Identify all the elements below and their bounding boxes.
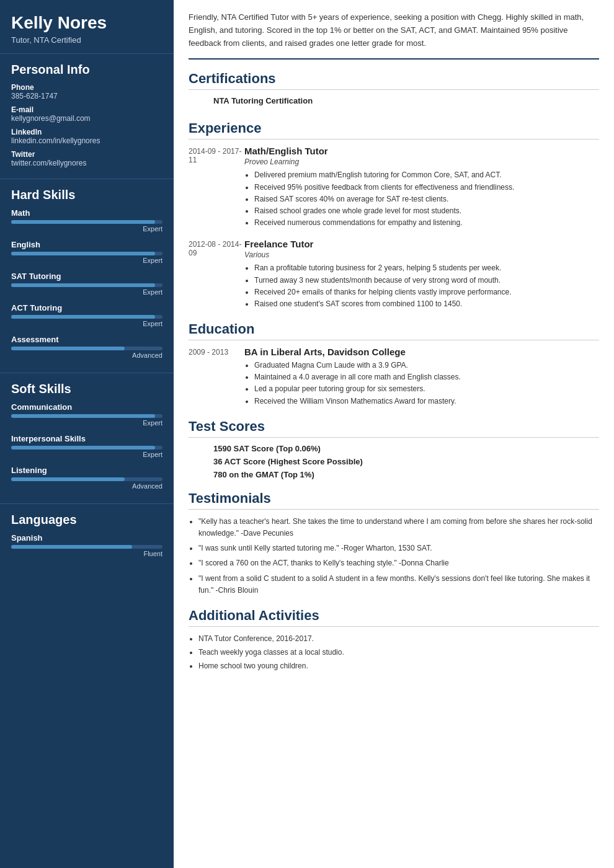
skill-level: Advanced xyxy=(11,482,162,490)
exp-dates: 2012-08 - 2014-09 xyxy=(189,239,244,310)
exp-job-title: Freelance Tutor xyxy=(244,239,599,249)
skill-bar-bg xyxy=(11,347,162,350)
linkedin-label: LinkedIn xyxy=(11,128,162,136)
exp-bullet: Received numerous commendations for empa… xyxy=(254,217,599,229)
exp-bullets-list: Delivered premium math/English tutoring … xyxy=(244,169,599,229)
skill-item-2: SAT Tutoring Expert xyxy=(11,272,162,296)
languages-section: Languages Spanish Fluent xyxy=(0,503,174,571)
skill-bar-fill xyxy=(11,446,155,450)
edu-dates: 2009 - 2013 xyxy=(189,347,244,407)
skill-bar-fill xyxy=(11,220,155,224)
main-content: Friendly, NTA Certified Tutor with 5+ ye… xyxy=(174,0,614,868)
languages-items: Spanish Fluent xyxy=(11,533,162,557)
personal-info-items: Phone 385-628-1747 E-mail kellygnores@gm… xyxy=(11,83,162,167)
cert-item-0: NTA Tutoring Certification xyxy=(189,96,599,109)
testimonials-section: Testimonials "Kelly has a teacher's hear… xyxy=(189,490,599,596)
skill-bar-bg xyxy=(11,446,162,450)
skill-name: Math xyxy=(11,208,162,218)
exp-company: Proveo Learning xyxy=(244,157,599,166)
edu-degree-title: BA in Liberal Arts, Davidson College xyxy=(244,347,599,357)
exp-bullet: Received 95% positive feedback from clie… xyxy=(254,182,599,193)
skill-bar-bg xyxy=(11,477,162,481)
activity-item-0: NTA Tutor Conference, 2016-2017. xyxy=(198,633,599,645)
skill-bar-fill xyxy=(11,315,155,319)
skill-level: Fluent xyxy=(11,550,162,557)
skill-bar-bg xyxy=(11,414,162,418)
email-label: E-mail xyxy=(11,105,162,114)
skill-bar-fill xyxy=(11,347,125,350)
skill-name: English xyxy=(11,240,162,249)
exp-bullet: Received 20+ emails of thanks for helpin… xyxy=(254,286,599,298)
certifications-title: Certifications xyxy=(189,71,599,90)
languages-title: Languages xyxy=(11,513,162,527)
skill-name: ACT Tutoring xyxy=(11,303,162,312)
exp-bullet: Turned away 3 new students/month because… xyxy=(254,275,599,286)
hard-skills-title: Hard Skills xyxy=(11,188,162,202)
twitter-label: Twitter xyxy=(11,150,162,159)
skill-name: Assessment xyxy=(11,335,162,344)
exp-body: Math/English Tutor Proveo Learning Deliv… xyxy=(244,146,599,229)
sidebar-header: Kelly Nores Tutor, NTA Certified xyxy=(0,0,174,53)
soft-skills-items: Communication Expert Interpersonal Skill… xyxy=(11,402,162,490)
skill-bar-bg xyxy=(11,252,162,255)
exp-bullet: Delivered premium math/English tutoring … xyxy=(254,169,599,181)
phone-value: 385-628-1747 xyxy=(11,92,162,100)
exp-dates: 2014-09 - 2017-11 xyxy=(189,146,244,229)
summary-text: Friendly, NTA Certified Tutor with 5+ ye… xyxy=(189,11,599,60)
testimonial-item-2: "I scored a 760 on the ACT, thanks to Ke… xyxy=(198,557,599,569)
skill-item-4: Assessment Advanced xyxy=(11,335,162,359)
exp-bullet: Ran a profitable tutoring business for 2… xyxy=(254,262,599,274)
hard-skills-items: Math Expert English Expert SAT Tutoring … xyxy=(11,208,162,359)
skill-item-0: Spanish Fluent xyxy=(11,533,162,557)
skill-bar-fill xyxy=(11,283,155,287)
skill-name: Communication xyxy=(11,402,162,412)
skill-bar-fill xyxy=(11,252,155,255)
linkedin-value: linkedin.com/in/kellygnores xyxy=(11,136,162,145)
info-phone: Phone 385-628-1747 xyxy=(11,83,162,100)
edu-body: BA in Liberal Arts, Davidson College Gra… xyxy=(244,347,599,407)
edu-bullet: Received the William Vinson Mathematics … xyxy=(254,396,599,407)
skill-bar-fill xyxy=(11,477,125,481)
hard-skills-section: Hard Skills Math Expert English Expert S… xyxy=(0,179,174,373)
education-section: Education 2009 - 2013 BA in Liberal Arts… xyxy=(189,321,599,407)
edu-bullets-list: Graduated Magna Cum Laude with a 3.9 GPA… xyxy=(244,360,599,407)
activity-item-1: Teach weekly yoga classes at a local stu… xyxy=(198,647,599,658)
testimonial-item-3: "I went from a solid C student to a soli… xyxy=(198,573,599,596)
score-item-1: 36 ACT Score (Highest Score Possible) xyxy=(189,457,599,466)
skill-level: Expert xyxy=(11,225,162,232)
skill-bar-bg xyxy=(11,545,162,549)
edu-bullet: Led a popular peer tutoring group for si… xyxy=(254,383,599,395)
experience-item-0: 2014-09 - 2017-11 Math/English Tutor Pro… xyxy=(189,146,599,229)
skill-level: Expert xyxy=(11,451,162,458)
exp-bullet: Raised SAT scores 40% on average for SAT… xyxy=(254,193,599,205)
skill-bar-bg xyxy=(11,283,162,287)
exp-body: Freelance Tutor Various Ran a profitable… xyxy=(244,239,599,310)
skill-level: Expert xyxy=(11,288,162,296)
experience-item-1: 2012-08 - 2014-09 Freelance Tutor Variou… xyxy=(189,239,599,310)
personal-info-title: Personal Info xyxy=(11,63,162,77)
skill-item-0: Communication Expert xyxy=(11,402,162,427)
education-title: Education xyxy=(189,321,599,340)
skill-level: Advanced xyxy=(11,352,162,359)
skill-name: Interpersonal Skills xyxy=(11,434,162,443)
soft-skills-section: Soft Skills Communication Expert Interpe… xyxy=(0,373,174,503)
edu-bullet: Graduated Magna Cum Laude with a 3.9 GPA… xyxy=(254,360,599,371)
skill-bar-fill xyxy=(11,545,132,549)
personal-info-section: Personal Info Phone 385-628-1747 E-mail … xyxy=(0,53,174,179)
experience-title: Experience xyxy=(189,120,599,140)
skill-item-0: Math Expert xyxy=(11,208,162,232)
exp-bullet: Raised one student's SAT scores from com… xyxy=(254,298,599,310)
skill-name: SAT Tutoring xyxy=(11,272,162,281)
activities-list: NTA Tutor Conference, 2016-2017.Teach we… xyxy=(189,633,599,673)
skill-item-2: Listening Advanced xyxy=(11,466,162,490)
sidebar: Kelly Nores Tutor, NTA Certified Persona… xyxy=(0,0,174,868)
exp-job-title: Math/English Tutor xyxy=(244,146,599,156)
testimonial-item-1: "I was sunk until Kelly started tutoring… xyxy=(198,542,599,554)
testimonial-item-0: "Kelly has a teacher's heart. She takes … xyxy=(198,516,599,539)
exp-bullets-list: Ran a profitable tutoring business for 2… xyxy=(244,262,599,310)
skill-item-3: ACT Tutoring Expert xyxy=(11,303,162,327)
test-scores-items: 1590 SAT Score (Top 0.06%)36 ACT Score (… xyxy=(189,444,599,479)
exp-bullet: Raised school grades one whole grade lev… xyxy=(254,205,599,217)
additional-activities-section: Additional Activities NTA Tutor Conferen… xyxy=(189,608,599,673)
test-scores-section: Test Scores 1590 SAT Score (Top 0.06%)36… xyxy=(189,418,599,479)
